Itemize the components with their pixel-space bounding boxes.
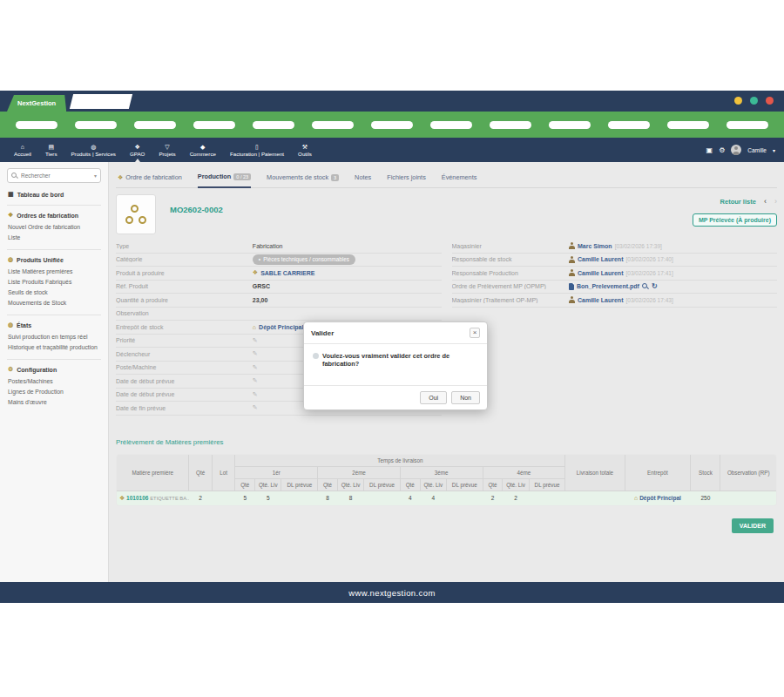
sidebar-item-suivi-production[interactable]: Suivi production en temps réel xyxy=(8,332,100,342)
col-header-stock: Stock xyxy=(691,454,720,491)
brand-name: NextGestion xyxy=(17,99,56,107)
nav-outils[interactable]: ⚒ Outils xyxy=(291,138,319,162)
nav-accueil[interactable]: ⌂ Accueil xyxy=(7,138,38,162)
nav-commerce[interactable]: ◆ Commerce xyxy=(183,138,223,162)
cell-d1-q: 5 xyxy=(235,491,255,505)
col-group-delivery: Temps de livraison xyxy=(235,454,565,466)
user-link[interactable]: Camille Laurent xyxy=(578,270,624,276)
nav-gpao[interactable]: ❖ GPAO xyxy=(123,138,152,162)
picking-table: Matière première Qté Lot Temps de livrai… xyxy=(116,454,777,506)
nav-produits-services[interactable]: ◍ Produits | Services xyxy=(64,138,122,162)
chevron-down-icon[interactable]: ▾ xyxy=(773,147,775,153)
sidebar-item-liste-produits-fabriques[interactable]: Liste Produits Fabriqués xyxy=(8,277,100,288)
confirm-no-button[interactable]: Non xyxy=(451,391,480,404)
printer-icon[interactable]: ▣ xyxy=(706,146,713,154)
sidebar-item-mains-doeuvre[interactable]: Mains d'œuvre xyxy=(8,397,100,408)
sidebar-item-liste-matieres[interactable]: Liste Matières premières xyxy=(8,267,100,277)
tab-badge: 3 xyxy=(331,174,339,181)
field-row-responsable-production: Responsable Production Camille Laurent[0… xyxy=(452,267,778,281)
chevron-right-icon[interactable]: › xyxy=(774,197,777,206)
edit-icon[interactable]: ✎ xyxy=(253,350,258,357)
product-icon: ❖ xyxy=(253,269,258,276)
user-link[interactable]: Camille Laurent xyxy=(578,297,624,303)
user-icon xyxy=(569,242,575,249)
user-link[interactable]: Camille Laurent xyxy=(578,256,624,262)
sidebar-item-nouvel-ordre[interactable]: Nouvel Ordre de fabrication xyxy=(8,222,100,233)
edit-icon[interactable]: ✎ xyxy=(253,391,258,398)
order-header: MO2602-0002 Retour liste ‹ › MP Prélevée… xyxy=(116,194,777,234)
search-caret-icon[interactable]: ▾ xyxy=(94,173,97,179)
sidebar-item-liste[interactable]: Liste xyxy=(8,233,100,243)
cell-qty: 2 xyxy=(189,491,213,505)
field-label: Produit à produire xyxy=(116,270,253,276)
sidebar-item-seuils-de-stock[interactable]: Seuils de stock xyxy=(8,288,100,298)
home-icon: ⌂ xyxy=(21,144,24,150)
product-link[interactable]: SABLE CARRIERE xyxy=(260,270,314,276)
sidebar-item-lignes-production[interactable]: Lignes de Production xyxy=(8,387,100,397)
sidebar-item-mouvements-de-stock[interactable]: Mouvements de Stock xyxy=(8,298,100,308)
menu-pill xyxy=(727,121,768,129)
warehouse-cell-link[interactable]: ⌂ Dépôt Principal xyxy=(634,495,681,501)
confirm-yes-button[interactable]: Oui xyxy=(420,391,447,404)
sidebar-section-title[interactable]: ⚙ Configuration xyxy=(8,366,100,373)
nav-label: Accueil xyxy=(14,151,31,157)
menu-pill xyxy=(549,121,591,129)
nav-label: Outils xyxy=(298,151,312,157)
user-link[interactable]: Marc Simon xyxy=(578,243,612,249)
wrench-icon: ⚒ xyxy=(302,144,308,150)
user-menu[interactable]: Camille xyxy=(747,147,767,153)
tab-ordre-de-fabrication[interactable]: ❖ Ordre de fabrication xyxy=(118,173,182,187)
field-row-ref-produit: Réf. Produit GRSC xyxy=(116,281,442,294)
nav-tiers[interactable]: ▤ Tiers xyxy=(38,138,64,162)
edit-icon[interactable]: ✎ xyxy=(253,337,258,344)
sidebar-item-tableau-de-bord[interactable]: ▦ Tableau de bord xyxy=(7,183,101,206)
status-badge[interactable]: MP Prélevée (À produire) xyxy=(693,213,777,227)
chevron-left-icon[interactable]: ‹ xyxy=(764,197,767,206)
tab-label: Événements xyxy=(442,173,477,181)
edit-icon[interactable]: ✎ xyxy=(253,377,258,384)
field-value: Fabrication xyxy=(253,243,283,249)
window-dot-close[interactable] xyxy=(766,97,774,105)
search-input[interactable] xyxy=(21,173,89,179)
sub-header-dl: DL prévue xyxy=(364,478,401,491)
field-row-opmp: Ordre de Prélèvement MP (OPMP) Bon_Prele… xyxy=(452,281,778,294)
nav-projets[interactable]: ▽ Projets xyxy=(152,138,182,162)
field-label: Ordre de Prélèvement MP (OPMP) xyxy=(452,283,569,289)
validate-button[interactable]: VALIDER xyxy=(732,518,774,533)
nav-facturation-paiement[interactable]: ▯ Facturation | Paiement xyxy=(223,138,291,162)
material-code-link[interactable]: 1010106 xyxy=(126,495,148,501)
brand-logo: NextGestion xyxy=(7,95,66,112)
picking-section-title: Prélèvement de Matières premières xyxy=(116,438,777,446)
sidebar-section-title[interactable]: ◍ États xyxy=(8,321,100,328)
user-avatar[interactable] xyxy=(731,145,741,155)
close-icon[interactable]: × xyxy=(470,328,480,338)
sidebar-item-historique-tracabilite[interactable]: Historique et traçabilité production xyxy=(8,342,100,353)
sub-header-dl: DL prévue xyxy=(446,478,483,491)
preview-icon[interactable] xyxy=(642,283,649,290)
warehouse-link[interactable]: Dépôt Principal xyxy=(259,324,303,330)
help-icon[interactable]: ⚙ xyxy=(719,146,725,154)
tab-evenements[interactable]: Événements xyxy=(442,173,477,187)
cell-lot xyxy=(212,491,235,505)
cell-d4-q: 2 xyxy=(483,491,503,505)
tab-mouvements-de-stock[interactable]: Mouvements de stock 3 xyxy=(267,173,339,187)
window-dot-minimize[interactable] xyxy=(734,97,742,105)
edit-icon[interactable]: ✎ xyxy=(253,364,258,371)
tab-notes[interactable]: Notes xyxy=(355,173,371,187)
tab-production[interactable]: Production 0 / 23 xyxy=(198,173,251,188)
tab-fichiers-joints[interactable]: Fichiers joints xyxy=(387,173,426,187)
cell-total xyxy=(565,491,625,505)
refresh-icon[interactable]: ↻ xyxy=(652,282,658,290)
sidebar-item-postes-machines[interactable]: Postes/Machines xyxy=(8,376,100,387)
warehouse-icon: ⌂ xyxy=(634,495,638,501)
pdf-link[interactable]: Bon_Prelevement.pdf xyxy=(577,283,639,289)
window-dot-maximize[interactable] xyxy=(750,97,758,105)
sidebar-section-title[interactable]: ❖ Ordres de fabrication xyxy=(8,212,100,219)
edit-icon[interactable]: ✎ xyxy=(253,404,258,411)
sidebar-section-title[interactable]: ◍ Produits Unifiée xyxy=(8,256,100,263)
globe-icon: ◍ xyxy=(91,144,96,150)
field-label: Priorité xyxy=(116,337,253,343)
pdf-file-icon xyxy=(569,283,574,290)
back-to-list-link[interactable]: Retour liste xyxy=(720,198,756,206)
fabrication-icon: ❖ xyxy=(118,174,123,181)
